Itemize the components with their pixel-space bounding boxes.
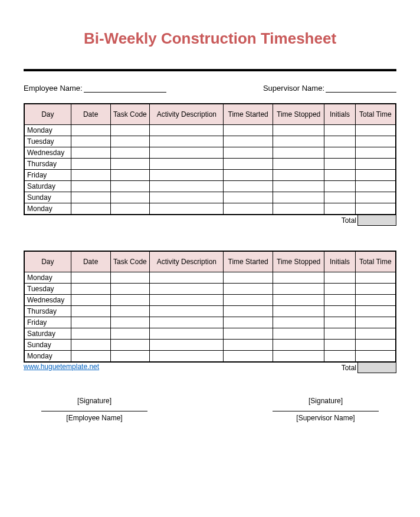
template-link[interactable]: www.huguetemplate.net [24, 363, 99, 371]
cell-input[interactable] [355, 295, 396, 306]
cell-input[interactable] [150, 284, 224, 295]
cell-input[interactable] [273, 328, 324, 340]
cell-input[interactable] [224, 125, 273, 136]
cell-input[interactable] [110, 340, 150, 351]
cell-input[interactable] [110, 328, 150, 340]
cell-input[interactable] [273, 192, 324, 203]
cell-input[interactable] [324, 351, 355, 363]
cell-input[interactable] [273, 147, 324, 159]
cell-input[interactable] [224, 295, 273, 306]
cell-input[interactable] [150, 351, 224, 363]
cell-input[interactable] [324, 170, 355, 181]
cell-input[interactable] [273, 125, 324, 136]
cell-input[interactable] [273, 317, 324, 328]
cell-input[interactable] [150, 136, 224, 147]
cell-input[interactable] [71, 306, 110, 317]
cell-input[interactable] [355, 317, 396, 328]
cell-input[interactable] [355, 159, 396, 170]
cell-input[interactable] [355, 351, 396, 363]
cell-input[interactable] [273, 159, 324, 170]
cell-input[interactable] [355, 181, 396, 192]
cell-input[interactable] [110, 159, 150, 170]
cell-input[interactable] [150, 328, 224, 340]
cell-input[interactable] [150, 147, 224, 159]
cell-input[interactable] [355, 306, 396, 317]
cell-input[interactable] [324, 192, 355, 203]
cell-input[interactable] [224, 136, 273, 147]
week2-total-box[interactable] [357, 363, 396, 373]
cell-input[interactable] [224, 351, 273, 363]
cell-input[interactable] [110, 351, 150, 363]
cell-input[interactable] [71, 192, 110, 203]
cell-input[interactable] [110, 203, 150, 215]
cell-input[interactable] [110, 147, 150, 159]
supervisor-name-input-line[interactable] [326, 83, 396, 93]
cell-input[interactable] [110, 306, 150, 317]
cell-input[interactable] [224, 284, 273, 295]
cell-input[interactable] [71, 295, 110, 306]
cell-input[interactable] [71, 125, 110, 136]
cell-input[interactable] [150, 306, 224, 317]
cell-input[interactable] [110, 295, 150, 306]
cell-input[interactable] [273, 181, 324, 192]
cell-input[interactable] [355, 328, 396, 340]
cell-input[interactable] [71, 181, 110, 192]
cell-input[interactable] [273, 136, 324, 147]
employee-signature-line[interactable] [41, 411, 147, 411]
cell-input[interactable] [150, 125, 224, 136]
cell-input[interactable] [110, 272, 150, 284]
employee-name-input-line[interactable] [84, 83, 166, 93]
cell-input[interactable] [110, 125, 150, 136]
cell-input[interactable] [324, 340, 355, 351]
cell-input[interactable] [150, 159, 224, 170]
cell-input[interactable] [110, 170, 150, 181]
cell-input[interactable] [224, 328, 273, 340]
cell-input[interactable] [224, 272, 273, 284]
cell-input[interactable] [273, 295, 324, 306]
cell-input[interactable] [224, 159, 273, 170]
cell-input[interactable] [71, 351, 110, 363]
cell-input[interactable] [150, 272, 224, 284]
cell-input[interactable] [71, 147, 110, 159]
cell-input[interactable] [150, 181, 224, 192]
cell-input[interactable] [71, 317, 110, 328]
cell-input[interactable] [324, 181, 355, 192]
cell-input[interactable] [355, 272, 396, 284]
cell-input[interactable] [273, 272, 324, 284]
cell-input[interactable] [355, 125, 396, 136]
cell-input[interactable] [224, 306, 273, 317]
cell-input[interactable] [150, 203, 224, 215]
cell-input[interactable] [324, 317, 355, 328]
cell-input[interactable] [324, 159, 355, 170]
cell-input[interactable] [224, 170, 273, 181]
cell-input[interactable] [355, 192, 396, 203]
cell-input[interactable] [110, 192, 150, 203]
cell-input[interactable] [224, 181, 273, 192]
cell-input[interactable] [273, 203, 324, 215]
cell-input[interactable] [71, 170, 110, 181]
cell-input[interactable] [150, 317, 224, 328]
cell-input[interactable] [71, 136, 110, 147]
cell-input[interactable] [110, 284, 150, 295]
cell-input[interactable] [273, 340, 324, 351]
cell-input[interactable] [224, 340, 273, 351]
cell-input[interactable] [355, 284, 396, 295]
cell-input[interactable] [273, 351, 324, 363]
cell-input[interactable] [324, 272, 355, 284]
cell-input[interactable] [224, 147, 273, 159]
cell-input[interactable] [71, 159, 110, 170]
cell-input[interactable] [150, 295, 224, 306]
week1-total-box[interactable] [357, 215, 396, 226]
cell-input[interactable] [324, 203, 355, 215]
cell-input[interactable] [355, 340, 396, 351]
cell-input[interactable] [150, 340, 224, 351]
cell-input[interactable] [324, 306, 355, 317]
cell-input[interactable] [71, 328, 110, 340]
cell-input[interactable] [324, 147, 355, 159]
cell-input[interactable] [273, 306, 324, 317]
cell-input[interactable] [355, 170, 396, 181]
cell-input[interactable] [71, 203, 110, 215]
cell-input[interactable] [224, 203, 273, 215]
cell-input[interactable] [273, 170, 324, 181]
cell-input[interactable] [324, 328, 355, 340]
